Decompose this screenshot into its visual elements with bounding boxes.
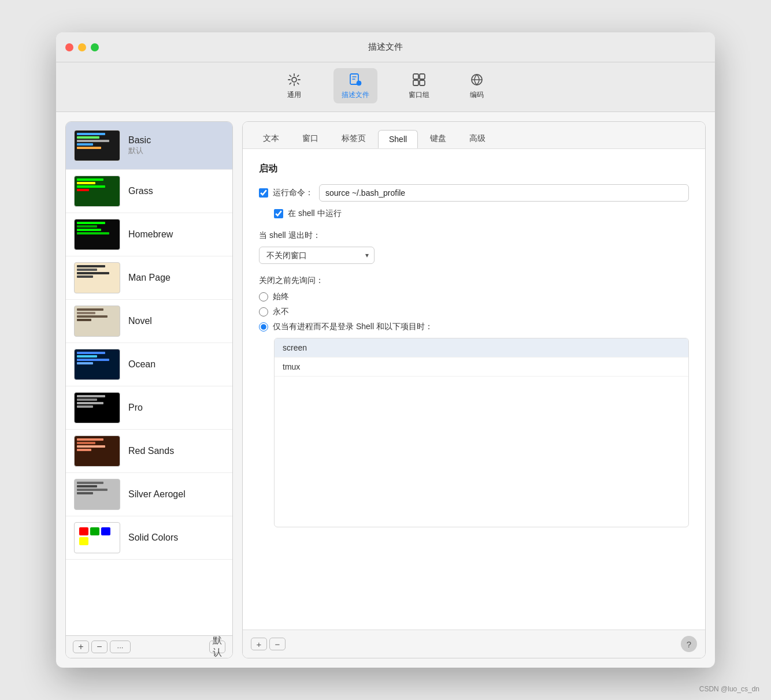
toolbar-item-windowgroups[interactable]: 窗口组	[401, 68, 438, 103]
sidebar-item-silveraerogel[interactable]: Silver Aerogel	[66, 473, 232, 516]
sidebar-item-pro[interactable]: Pro	[66, 386, 232, 430]
radio-always-label: 始终	[273, 292, 289, 302]
theme-name-solidcolors: Solid Colors	[128, 533, 178, 543]
shell-tab-content: 启动 运行命令： 在 shell 中运行 当 shell	[243, 149, 705, 630]
maximize-button[interactable]	[91, 43, 99, 51]
remove-theme-button[interactable]: −	[91, 641, 108, 653]
run-command-row: 运行命令：	[259, 184, 689, 202]
shell-exit-select-wrap: 不关闭窗口 关闭窗口 关闭标签页 ▾	[259, 247, 375, 264]
process-list-empty-area	[275, 377, 688, 527]
set-default-button[interactable]: 默认	[209, 641, 225, 653]
process-list-buttons: + −	[251, 638, 286, 650]
encoding-icon	[469, 72, 485, 88]
startup-section-title: 启动	[259, 163, 689, 175]
theme-name-silveraerogel: Silver Aerogel	[128, 489, 186, 500]
minimize-button[interactable]	[78, 43, 86, 51]
tab-bar: 文本 窗口 标签页 Shell 键盘 高级	[243, 122, 705, 149]
theme-thumb-homebrew	[74, 219, 120, 250]
main-window: 描述文件 通用 描述文件	[56, 32, 715, 668]
radio-conditional-label: 仅当有进程而不是登录 Shell 和以下项目时：	[273, 322, 433, 332]
close-button[interactable]	[65, 43, 73, 51]
shell-exit-section: 当 shell 退出时： 不关闭窗口 关闭窗口 关闭标签页 ▾	[259, 230, 689, 264]
run-command-checkbox[interactable]	[259, 188, 268, 198]
theme-name-novel: Novel	[128, 316, 152, 326]
radio-always[interactable]	[259, 292, 268, 301]
theme-name-ocean: Ocean	[128, 359, 155, 370]
right-panel: 文本 窗口 标签页 Shell 键盘 高级 启动 运行命令：	[242, 121, 706, 658]
toolbar: 通用 描述文件 窗口组	[56, 62, 715, 112]
sidebar: Basic 默认 Grass	[65, 121, 233, 658]
theme-thumb-basic	[74, 130, 120, 161]
tab-shell[interactable]: Shell	[378, 130, 418, 148]
svg-rect-5	[413, 80, 418, 85]
toolbar-label-profiles: 描述文件	[342, 90, 369, 100]
toolbar-label-windowgroups: 窗口组	[409, 90, 429, 100]
toolbar-label-encoding: 编码	[470, 90, 484, 100]
tab-window[interactable]: 窗口	[291, 129, 329, 148]
run-command-checkbox-row: 运行命令：	[259, 188, 313, 198]
shell-exit-title: 当 shell 退出时：	[259, 230, 689, 241]
theme-name-manpage: Man Page	[128, 273, 170, 283]
remove-process-button[interactable]: −	[269, 638, 286, 650]
sidebar-item-basic[interactable]: Basic 默认	[66, 122, 232, 170]
windowgroups-icon	[411, 72, 427, 88]
svg-point-0	[292, 77, 296, 82]
add-theme-button[interactable]: +	[73, 641, 89, 653]
sidebar-item-novel[interactable]: Novel	[66, 300, 232, 343]
theme-thumb-redsands	[74, 435, 120, 467]
profiles-icon	[347, 72, 364, 88]
run-in-shell-row: 在 shell 中运行	[274, 208, 689, 219]
run-in-shell-checkbox[interactable]	[274, 209, 283, 218]
theme-name-pro: Pro	[128, 403, 143, 413]
theme-thumb-novel	[74, 306, 120, 337]
sidebar-item-solidcolors[interactable]: Solid Colors	[66, 516, 232, 560]
help-button[interactable]: ?	[681, 636, 697, 652]
run-in-shell-checkbox-row: 在 shell 中运行	[274, 208, 689, 219]
more-options-button[interactable]: ···	[110, 641, 131, 653]
sidebar-item-homebrew[interactable]: Homebrew	[66, 213, 232, 256]
window-title: 描述文件	[368, 42, 403, 53]
theme-default-label: 默认	[128, 146, 151, 156]
process-list: screen tmux	[274, 338, 689, 527]
sidebar-item-grass[interactable]: Grass	[66, 170, 232, 213]
tab-tabs[interactable]: 标签页	[331, 129, 377, 148]
radio-never-row: 永不	[259, 307, 689, 317]
radio-conditional-row: 仅当有进程而不是登录 Shell 和以下项目时：	[259, 322, 689, 332]
sidebar-item-ocean[interactable]: Ocean	[66, 343, 232, 386]
process-item-screen[interactable]: screen	[275, 338, 688, 358]
theme-thumb-silveraerogel	[74, 479, 120, 510]
svg-rect-3	[413, 74, 418, 79]
add-process-button[interactable]: +	[251, 638, 267, 650]
right-panel-bottom-bar: + − ?	[243, 630, 705, 658]
close-query-section: 关闭之前先询问： 始终 永不 仅当有进程而不是登录 Shell 和以下项目时：	[259, 275, 689, 527]
process-item-tmux[interactable]: tmux	[275, 358, 688, 377]
toolbar-item-profiles[interactable]: 描述文件	[333, 68, 377, 103]
radio-never-label: 永不	[273, 307, 289, 317]
theme-thumb-solidcolors	[74, 522, 120, 553]
theme-thumb-ocean	[74, 349, 120, 380]
theme-thumb-grass	[74, 176, 120, 207]
main-content: Basic 默认 Grass	[56, 112, 715, 668]
theme-name-homebrew: Homebrew	[128, 229, 173, 240]
tab-advanced[interactable]: 高级	[458, 129, 496, 148]
gear-icon	[286, 72, 302, 88]
tab-text[interactable]: 文本	[252, 129, 290, 148]
theme-thumb-pro	[74, 392, 120, 423]
sidebar-item-manpage[interactable]: Man Page	[66, 256, 232, 300]
shell-exit-select[interactable]: 不关闭窗口 关闭窗口 关闭标签页	[259, 247, 375, 264]
svg-rect-4	[420, 74, 425, 79]
tab-keyboard[interactable]: 键盘	[419, 129, 457, 148]
svg-rect-6	[420, 80, 425, 85]
theme-info-basic: Basic 默认	[128, 135, 151, 156]
run-command-input[interactable]	[319, 184, 689, 202]
theme-name-basic: Basic	[128, 135, 151, 146]
sidebar-item-redsands[interactable]: Red Sands	[66, 430, 232, 473]
run-command-label: 运行命令：	[273, 188, 313, 198]
toolbar-item-encoding[interactable]: 编码	[461, 68, 493, 103]
radio-conditional[interactable]	[259, 322, 268, 332]
theme-name-redsands: Red Sands	[128, 446, 174, 456]
toolbar-item-general[interactable]: 通用	[278, 68, 310, 103]
watermark: CSDN @luo_cs_dn	[699, 685, 759, 693]
toolbar-label-general: 通用	[287, 90, 301, 100]
radio-never[interactable]	[259, 307, 268, 317]
